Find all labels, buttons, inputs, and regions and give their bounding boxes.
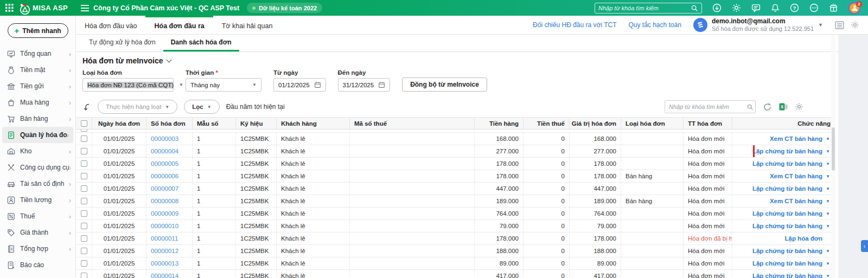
sidebar-item-bao-cao[interactable]: Báo cáo: [0, 257, 75, 273]
sidebar-item-tien-luong[interactable]: Tiền lương›: [0, 192, 75, 208]
sidebar-item-tien-mat[interactable]: Tiền mặt›: [0, 62, 75, 78]
row-checkbox[interactable]: [81, 273, 87, 278]
action-link[interactable]: Lập chứng từ bán hàng: [752, 185, 822, 192]
chevron-down-icon[interactable]: ▼: [826, 161, 831, 166]
filter-button[interactable]: Lọc ▼: [184, 100, 219, 114]
invoice-number-link[interactable]: 00000008: [151, 198, 178, 204]
sidebar-item-ban-hang[interactable]: Bán hàng›: [0, 111, 75, 127]
col-tt-hoa-don[interactable]: TT hóa đơn: [684, 118, 732, 129]
sidebar-item-tong-hop[interactable]: $ Tổng hợp›: [0, 241, 75, 257]
action-link[interactable]: Xem CT bán hàng: [770, 135, 822, 142]
chevron-down-icon[interactable]: ▼: [826, 249, 831, 254]
table-search[interactable]: [665, 100, 756, 113]
row-checkbox[interactable]: [81, 223, 87, 229]
row-checkbox[interactable]: [81, 248, 87, 254]
bell-icon[interactable]: [771, 3, 780, 12]
invoice-number-link[interactable]: 00000005: [151, 160, 178, 167]
row-action[interactable]: Lập chứng từ bán hàng ▼: [732, 270, 835, 278]
invoice-number-link[interactable]: 00000007: [151, 185, 178, 192]
global-search-input[interactable]: [598, 5, 691, 11]
sidebar-item-tien-gui[interactable]: Tiền gửi›: [0, 78, 75, 94]
period-select[interactable]: Tháng này ▼: [186, 78, 261, 92]
action-link[interactable]: Lập chứng từ bán hàng: [752, 148, 822, 154]
chevron-down-icon[interactable]: ▼: [826, 149, 831, 154]
col-chuc-nang[interactable]: Chức năng: [732, 118, 835, 129]
search-icon[interactable]: [746, 104, 754, 111]
refresh-icon[interactable]: [763, 102, 772, 112]
list-view-icon[interactable]: [835, 21, 844, 29]
invoice-type-select[interactable]: Hóa đơn NĐ 123 (Có mã CQT) ▼: [82, 78, 174, 92]
select-all-checkbox[interactable]: [81, 120, 87, 127]
excel-export-icon[interactable]: X: [779, 102, 788, 111]
row-action[interactable]: Lập chứng từ bán hàng ▼: [732, 183, 835, 195]
action-link[interactable]: Lập chứng từ bán hàng: [752, 160, 822, 167]
sidebar-item-cong-cu-dung-cu[interactable]: Công cụ dụng cụ›: [0, 159, 75, 176]
row-checkbox[interactable]: [81, 210, 87, 217]
gear-icon[interactable]: [732, 3, 741, 12]
company-name[interactable]: Công ty Cổ Phần Cảm xúc Việt - QC ASP Te…: [93, 4, 239, 12]
action-link[interactable]: Lập chứng từ bán hàng: [752, 248, 822, 254]
chevron-down-icon[interactable]: ▼: [826, 224, 831, 229]
action-link[interactable]: Xem CT bán hàng: [770, 173, 822, 179]
subtab-tu-dong-xu-ly[interactable]: Tự động xử lý hóa đơn: [81, 35, 163, 51]
sync-meinvoice-button[interactable]: Đồng bộ từ meInvoice: [402, 77, 487, 92]
row-action[interactable]: Lập chứng từ bán hàng ▼: [732, 208, 835, 219]
row-action[interactable]: Lập chứng từ bán hàng ▼: [732, 245, 835, 257]
sidebar-item-tong-quan[interactable]: Tổng quan›: [0, 46, 75, 62]
invoice-number-link[interactable]: 00000003: [151, 135, 178, 142]
chevron-down-icon[interactable]: ▼: [826, 199, 831, 204]
invoice-number-link[interactable]: 00000006: [151, 173, 178, 179]
link-quy-tac[interactable]: Quy tắc hạch toán: [628, 21, 681, 29]
col-gia-tri-hoa-don[interactable]: Giá trị hóa đơn: [570, 118, 621, 129]
app-launcher-icon[interactable]: [5, 4, 14, 12]
table-search-input[interactable]: [669, 104, 746, 110]
row-checkbox[interactable]: [81, 185, 87, 192]
action-link[interactable]: Xem CT bán hàng: [770, 198, 822, 204]
sidebar-item-thue[interactable]: Thuế›: [0, 208, 75, 224]
global-search[interactable]: [595, 3, 702, 14]
chevron-down-icon[interactable]: ▼: [826, 137, 831, 141]
row-checkbox[interactable]: [81, 198, 87, 204]
row-action[interactable]: Xem CT bán hàng ▼: [732, 195, 835, 207]
from-date-input[interactable]: 01/12/2025: [273, 78, 326, 92]
tab-to-khai-hai-quan[interactable]: Tờ khai hải quan: [213, 16, 282, 34]
row-checkbox[interactable]: [81, 160, 87, 167]
row-action[interactable]: Xem CT bán hàng ▼: [732, 170, 835, 182]
chevron-down-icon[interactable]: ▼: [826, 261, 831, 266]
row-checkbox[interactable]: [81, 148, 87, 154]
scrollbar-thumb[interactable]: [832, 127, 835, 171]
invoice-number-link[interactable]: 00000012: [151, 248, 178, 254]
sidebar-item-quan-ly-hoa-don[interactable]: Quản lý hóa đơn›: [2, 127, 73, 143]
action-link[interactable]: Lập hóa đơn: [784, 235, 822, 242]
sidebar-item-gia-thanh[interactable]: Giá thành›: [0, 224, 75, 241]
subtab-danh-sach-hoa-don[interactable]: Danh sách hóa đơn: [163, 35, 239, 51]
row-checkbox[interactable]: [81, 135, 87, 142]
data-year-badge[interactable]: Dữ liệu kế toán 2022: [247, 3, 322, 13]
whats-new-icon[interactable]: [829, 3, 838, 12]
quick-add-button[interactable]: + Thêm nhanh: [8, 23, 68, 38]
action-link[interactable]: Lập chứng từ bán hàng: [752, 273, 822, 278]
sidebar-item-kho[interactable]: Kho›: [0, 143, 75, 159]
col-ma-so-thue[interactable]: Mã số thuế: [350, 118, 475, 129]
row-action[interactable]: Lập chứng từ bán hàng ▼: [732, 145, 835, 157]
table-scrollbar[interactable]: [831, 35, 835, 278]
row-checkbox[interactable]: [81, 260, 87, 267]
collapse-panel-handle[interactable]: ‹: [861, 240, 868, 252]
row-checkbox[interactable]: [81, 173, 87, 179]
help-icon[interactable]: ?: [790, 3, 799, 12]
batch-actions-button[interactable]: Thực hiện hàng loạt ▼: [98, 100, 177, 114]
col-loai-hoa-don[interactable]: Loại hóa đơn: [621, 118, 684, 129]
invoice-number-link[interactable]: 00000013: [151, 260, 178, 267]
calendar-icon[interactable]: [378, 81, 385, 88]
row-checkbox[interactable]: [81, 235, 87, 242]
chevron-down-icon[interactable]: ▼: [826, 274, 831, 278]
invoice-number-link[interactable]: 00000014: [151, 273, 178, 278]
invoice-number-link[interactable]: 00000004: [151, 148, 178, 154]
tab-hoa-don-dau-ra[interactable]: Hóa đơn đầu ra: [145, 16, 213, 34]
to-date-input[interactable]: 31/12/2025: [338, 78, 391, 92]
action-link[interactable]: Lập chứng từ bán hàng: [752, 210, 822, 217]
action-link[interactable]: Lập chứng từ bán hàng: [752, 260, 822, 267]
gear-icon[interactable]: [795, 102, 803, 111]
search-icon[interactable]: [691, 4, 698, 12]
sidebar-item-tai-san-co-dinh[interactable]: Tài sản cố định›: [0, 176, 75, 192]
